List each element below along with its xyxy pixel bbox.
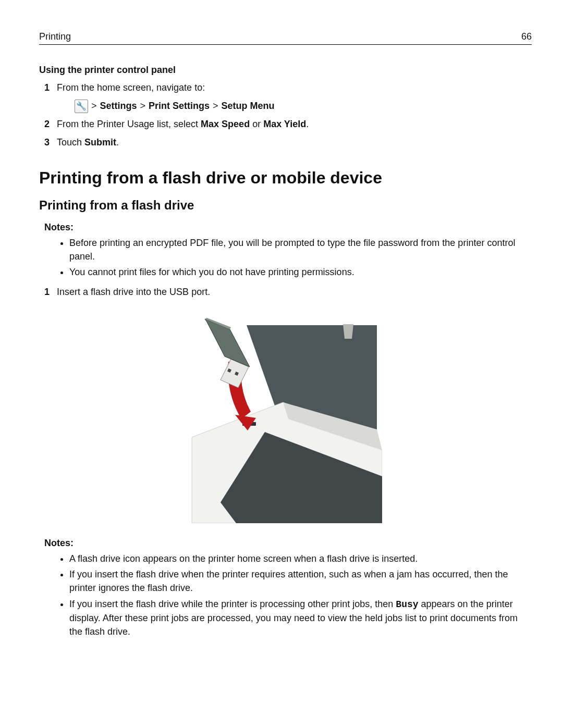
breadcrumb-sep: > [213, 99, 218, 113]
flash-drive-icon [205, 318, 250, 388]
step-1-text: From the home screen, navigate to: [57, 82, 205, 93]
figure-container [39, 315, 532, 525]
note-2-3: If you insert the flash drive while the … [69, 597, 532, 638]
step-3-text-pre: Touch [57, 137, 84, 147]
breadcrumb-sep: > [140, 99, 146, 113]
header-page-number: 66 [521, 31, 532, 42]
breadcrumb-settings: Settings [100, 99, 137, 113]
notes-list-2: A flash drive icon appears on the printe… [39, 552, 532, 638]
usb-insert-illustration [189, 315, 382, 523]
notes-label-2: Notes: [44, 538, 532, 549]
step-flash-1: Insert a flash drive into the USB port. [39, 285, 532, 299]
heading-flash-drive: Printing from a flash drive [39, 198, 532, 213]
note-1-2: You cannot print files for which you do … [69, 265, 532, 279]
note-2-2: If you insert the flash drive when the p… [69, 567, 532, 595]
step-2-max-speed: Max Speed [201, 119, 250, 129]
steps-flash: Insert a flash drive into the USB port. [39, 285, 532, 299]
step-flash-1-text: Insert a flash drive into the USB port. [57, 287, 210, 297]
step-3: Touch Submit. [39, 135, 532, 150]
step-2-max-yield: Max Yield [263, 119, 306, 129]
step-3-text-post: . [116, 137, 119, 147]
printer-clip [343, 324, 353, 339]
heading-flash-or-mobile: Printing from a flash drive or mobile de… [39, 168, 532, 188]
steps-control-panel: From the home screen, navigate to: 🔧 > S… [39, 81, 532, 150]
page-header: Printing 66 [39, 31, 532, 45]
step-2: From the Printer Usage list, select Max … [39, 117, 532, 131]
note-1-1: Before printing an encrypted PDF file, y… [69, 236, 532, 263]
notes-label-1: Notes: [44, 222, 532, 233]
step-2-text-mid: or [250, 119, 263, 129]
notes-list-1: Before printing an encrypted PDF file, y… [39, 236, 532, 279]
subsection-title-control-panel: Using the printer control panel [39, 65, 532, 76]
step-3-submit: Submit [84, 137, 116, 147]
breadcrumb-sep: > [91, 99, 97, 113]
note-2-3-pre: If you insert the flash drive while the … [69, 599, 396, 609]
step-2-text-post: . [306, 119, 309, 129]
breadcrumb-path: 🔧 > Settings > Print Settings > Setup Me… [75, 99, 532, 113]
note-2-3-busy: Busy [396, 599, 418, 610]
breadcrumb-print-settings: Print Settings [149, 99, 210, 113]
document-page: Printing 66 Using the printer control pa… [0, 0, 563, 676]
step-2-text-pre: From the Printer Usage list, select [57, 119, 201, 129]
step-1: From the home screen, navigate to: 🔧 > S… [39, 81, 532, 113]
header-section-title: Printing [39, 31, 71, 42]
breadcrumb-setup-menu: Setup Menu [222, 99, 275, 113]
note-2-1: A flash drive icon appears on the printe… [69, 552, 532, 565]
wrench-icon: 🔧 [75, 100, 88, 113]
